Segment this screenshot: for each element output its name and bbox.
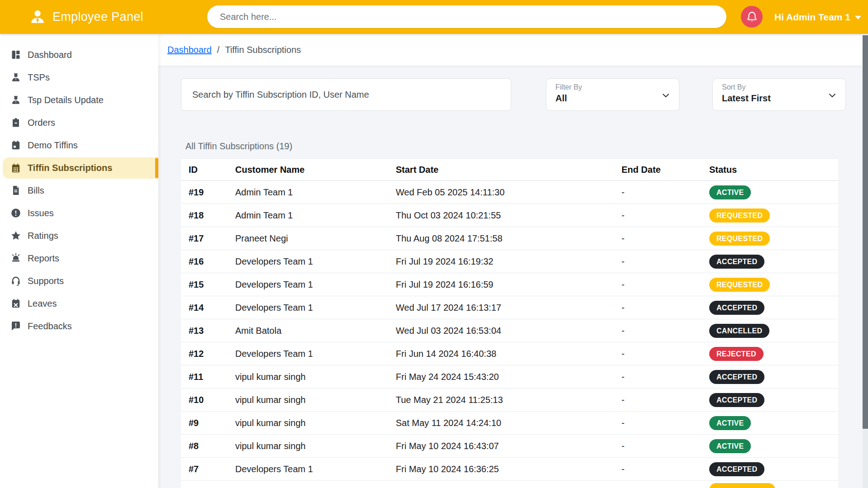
filter-by-select[interactable]: Filter By All xyxy=(546,78,679,111)
cell-status: ACCEPTED xyxy=(709,255,838,269)
status-badge: REQUESTED xyxy=(709,278,770,292)
table-row: #8vipul kumar singhFri May 10 2024 16:43… xyxy=(181,435,838,458)
cell-id: #9 xyxy=(189,418,235,428)
cell-id: #13 xyxy=(189,326,235,336)
subscription-search-input[interactable] xyxy=(181,78,511,111)
status-badge: ACCEPTED xyxy=(709,393,764,407)
sidebar-item-feedbacks[interactable]: Feedbacks xyxy=(0,317,158,336)
subscriptions-table: IDCustomer NameStart DateEnd DateStatus … xyxy=(181,159,838,488)
cell-start-date: Fri Jul 19 2024 16:19:32 xyxy=(396,256,621,267)
sort-by-select[interactable]: Sort By Latest First xyxy=(712,78,846,111)
user-menu[interactable]: Hi Admin Team 1 xyxy=(774,0,861,34)
notifications-button[interactable] xyxy=(741,6,763,28)
cell-start-date: Sat May 11 2024 14:24:10 xyxy=(396,418,621,428)
status-badge: REJECTED xyxy=(709,347,764,361)
sidebar-item-label: Feedbacks xyxy=(28,321,72,332)
cell-customer-name: Developers Team 1 xyxy=(235,464,396,474)
user-greeting: Hi Admin Team 1 xyxy=(774,12,850,23)
cell-end-date: - xyxy=(621,464,709,474)
breadcrumb-current: Tiffin Subscriptions xyxy=(225,45,301,55)
cell-status: CANCELLED xyxy=(709,324,838,338)
status-badge: ACTIVE xyxy=(709,439,751,453)
cell-status: REJECTED xyxy=(709,347,838,361)
cell-end-date: - xyxy=(621,280,709,290)
sidebar-item-demo-tiffins[interactable]: Demo Tiffins xyxy=(0,136,158,155)
dashboard-icon xyxy=(10,49,21,60)
cell-end-date: - xyxy=(621,441,709,451)
cell-end-date: - xyxy=(621,256,709,267)
sidebar-item-label: Reports xyxy=(28,253,59,264)
table-row: #11vipul kumar singhFri May 24 2024 15:4… xyxy=(181,365,838,389)
cell-start-date: Fri Jul 19 2024 16:16:59 xyxy=(396,280,621,290)
headset-icon xyxy=(10,275,21,286)
page-scrollbar-track[interactable] xyxy=(863,34,868,488)
table-row: #9vipul kumar singhSat May 11 2024 14:24… xyxy=(181,412,838,435)
clipboard-icon xyxy=(10,117,21,128)
cell-status: REQUESTED xyxy=(709,278,838,292)
sidebar-item-dashboard[interactable]: Dashboard xyxy=(0,45,158,64)
chevron-down-icon xyxy=(661,90,671,100)
status-badge: REQUESTED xyxy=(709,208,770,223)
cell-end-date: - xyxy=(621,349,709,359)
sidebar-item-label: Bills xyxy=(28,185,44,196)
sidebar-item-tiffin-subscriptions[interactable]: Tiffin Subscriptions xyxy=(3,157,158,179)
status-badge: ACCEPTED xyxy=(709,370,764,384)
brand-title: Employee Panel xyxy=(52,10,143,24)
sidebar-item-leaves[interactable]: Leaves xyxy=(0,294,158,313)
cell-id: #19 xyxy=(189,187,235,198)
table-row: #7Developers Team 1Fri May 10 2024 16:36… xyxy=(181,458,838,481)
cell-customer-name: Developers Team 1 xyxy=(235,349,396,359)
table-row: #13Amit BatolaWed Jul 03 2024 16:53:04-C… xyxy=(181,319,838,342)
table-row: #16Developers Team 1Fri Jul 19 2024 16:1… xyxy=(181,250,838,273)
cell-end-date: - xyxy=(621,303,709,313)
breadcrumb: Dashboard / Tiffin Subscriptions xyxy=(158,34,863,66)
sidebar-item-tsps[interactable]: TSPs xyxy=(0,68,158,87)
bell-icon xyxy=(746,11,758,23)
table-row: #18Admin Team 1Thu Oct 03 2024 10:21:55-… xyxy=(181,204,838,227)
sidebar-item-issues[interactable]: Issues xyxy=(0,204,158,223)
cell-id: #12 xyxy=(189,349,235,359)
table-row: #12Developers Team 1Fri Jun 14 2024 16:4… xyxy=(181,342,838,365)
sidebar-item-ratings[interactable]: Ratings xyxy=(0,226,158,245)
cell-id: #8 xyxy=(189,441,235,451)
sidebar-item-supports[interactable]: Supports xyxy=(0,271,158,290)
cell-id: #18 xyxy=(189,210,235,221)
star-icon xyxy=(10,230,21,241)
cell-id: #17 xyxy=(189,233,235,244)
sidebar-item-reports[interactable]: Reports xyxy=(0,249,158,268)
cell-id: #10 xyxy=(189,395,235,405)
table-row: #15Developers Team 1Fri Jul 19 2024 16:1… xyxy=(181,273,838,296)
status-badge: ACCEPTED xyxy=(709,301,764,315)
cell-start-date: Thu Aug 08 2024 17:51:58 xyxy=(396,233,621,244)
global-search-input[interactable] xyxy=(207,5,726,28)
sidebar-item-label: Leaves xyxy=(28,298,57,309)
status-badge: ACCEPTED xyxy=(709,255,764,269)
cell-id: #16 xyxy=(189,256,235,267)
status-badge: REQUESTED xyxy=(709,232,770,246)
page-scrollbar-thumb[interactable] xyxy=(863,35,868,429)
column-header-end-date: End Date xyxy=(621,165,709,175)
cell-id: #11 xyxy=(189,372,235,382)
cell-status: ACCEPTED xyxy=(709,370,838,384)
sidebar-item-orders[interactable]: Orders xyxy=(0,113,158,132)
cell-status: ACCEPTED xyxy=(709,462,838,476)
cell-customer-name: vipul kumar singh xyxy=(235,395,396,405)
sidebar-item-tsp-details-update[interactable]: Tsp Details Update xyxy=(0,90,158,109)
chevron-down-icon xyxy=(827,90,837,100)
cell-status: ACTIVE xyxy=(709,439,838,453)
table-row: #14Developers Team 1Wed Jul 17 2024 16:1… xyxy=(181,296,838,319)
sidebar-nav: DashboardTSPsTsp Details UpdateOrdersDem… xyxy=(0,34,158,336)
sidebar-item-bills[interactable]: Bills xyxy=(0,181,158,200)
table-body: #19Admin Team 1Wed Feb 05 2025 14:11:30-… xyxy=(181,181,838,481)
column-header-customer-name: Customer Name xyxy=(235,165,396,175)
bill-icon xyxy=(10,185,21,196)
cell-start-date: Wed Jul 17 2024 16:13:17 xyxy=(396,303,621,313)
column-header-start-date: Start Date xyxy=(396,165,621,175)
filter-by-label: Filter By xyxy=(555,83,671,91)
sidebar: DashboardTSPsTsp Details UpdateOrdersDem… xyxy=(0,34,158,488)
breadcrumb-link-dashboard[interactable]: Dashboard xyxy=(167,45,212,55)
caret-down-icon xyxy=(855,16,861,19)
calendar-icon xyxy=(10,140,21,151)
cell-start-date: Tue May 21 2024 11:25:13 xyxy=(396,395,621,405)
employee-avatar-icon xyxy=(29,9,46,26)
